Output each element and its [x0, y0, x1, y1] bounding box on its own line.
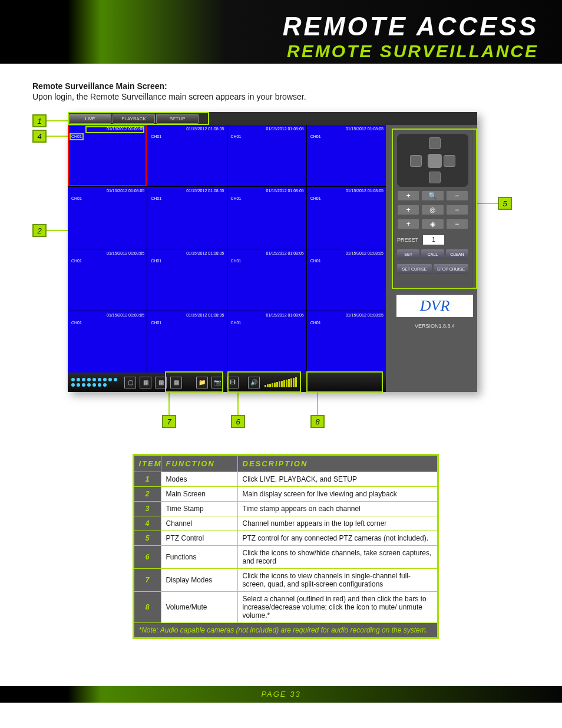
row-function: Functions	[161, 546, 237, 569]
table-note: *Note: Audio capable cameras (not includ…	[134, 623, 437, 638]
set-cruise-button[interactable]: SET CURISE	[397, 264, 432, 274]
camera-cell[interactable]: 01/15/2012 01:08:05CH01	[307, 311, 386, 373]
camera-cell[interactable]: 01/15/2012 01:08:05CH01	[147, 249, 226, 311]
page-subtitle: REMOTE SURVEILLANCE	[24, 41, 538, 61]
camera-icon[interactable]: 📷	[211, 377, 223, 388]
preset-select[interactable]: 1	[423, 235, 444, 245]
camera-cell[interactable]: 01/15/2012 01:08:05CH01	[307, 125, 386, 186]
clean-button[interactable]: CLEAN	[446, 249, 468, 259]
call-button[interactable]: CALL	[421, 249, 444, 259]
channel-label: CH01	[71, 321, 82, 325]
timestamp: 01/15/2012 01:08:05	[346, 313, 384, 317]
zoom-icon: 🔍	[421, 190, 444, 201]
callout-7: 7	[162, 415, 176, 428]
volume-control[interactable]: 🔊	[242, 377, 297, 388]
ptz-up-icon[interactable]	[429, 137, 441, 149]
volume-bars[interactable]	[265, 377, 297, 387]
channel-label: CH01	[151, 134, 161, 139]
camera-cell[interactable]: 01/15/2012 01:08:05CH01	[307, 187, 386, 248]
row-function: Modes	[161, 472, 237, 487]
row-function: Display Modes	[161, 569, 237, 592]
row-function: Volume/Mute	[161, 592, 237, 623]
camera-cell[interactable]: 01/15/2012 01:08:05CH01	[147, 187, 226, 248]
callout-6: 6	[231, 415, 245, 428]
table-row: 8Volume/MuteSelect a channel (outlined i…	[134, 592, 437, 623]
camera-cell[interactable]: 01/15/2012 01:08:05CH01	[227, 311, 306, 373]
channel-label: CH01	[151, 259, 161, 263]
row-item: 1	[134, 472, 161, 487]
callout-5: 5	[498, 197, 512, 210]
row-description: Select a channel (outlined in red) and t…	[237, 592, 437, 623]
page-number: PAGE 33	[261, 690, 300, 699]
row-description: Click LIVE, PLAYBACK, and SETUP	[237, 472, 437, 487]
row-item: 8	[134, 592, 161, 623]
tab-setup[interactable]: SETUP	[156, 114, 199, 124]
camera-cell[interactable]: 01/15/2012 01:08:05CH01	[147, 125, 226, 186]
timestamp: 01/15/2012 01:08:05	[186, 189, 224, 193]
page-title: REMOTE ACCESS	[24, 12, 538, 41]
callout-4: 4	[32, 130, 47, 143]
channel-label: CH01	[310, 134, 321, 139]
camera-cell[interactable]: 01/15/2012 01:08:05CH01	[68, 311, 147, 373]
camera-cell[interactable]: 01/15/2012 01:08:05CH01	[307, 249, 386, 311]
camera-cell[interactable]: 01/15/2012 01:08:05CH01	[68, 125, 147, 186]
timestamp: 01/15/2012 01:08:05	[266, 251, 304, 255]
channel-label: CH01	[310, 259, 321, 263]
channel-dots[interactable]	[68, 376, 121, 388]
table-row: 2Main ScreenMain display screen for live…	[134, 487, 437, 502]
camera-cell[interactable]: 01/15/2012 01:08:05CH01	[147, 311, 226, 373]
intro-title: Remote Surveillance Main Screen:	[32, 81, 538, 91]
stop-cruise-button[interactable]: STOP CRUISE	[434, 264, 468, 274]
tab-playback[interactable]: PLAYBACK	[113, 114, 155, 124]
channel-label: CH01	[71, 134, 82, 139]
annotated-screenshot: 1 4 3 2 5 7 6 8 LIVE PLAYBACK SETUP 01/1…	[32, 112, 538, 430]
row-function: Time Stamp	[161, 502, 237, 516]
sixteen-view-icon[interactable]: ▦	[170, 377, 182, 388]
legend-table: ITEM FUNCTION DESCRIPTION 1ModesClick LI…	[133, 454, 439, 639]
single-view-icon[interactable]: ▢	[124, 377, 136, 388]
zoom-minus-button[interactable]: −	[446, 190, 468, 201]
preset-label: PRESET	[397, 237, 418, 243]
focus-minus-button[interactable]: −	[446, 205, 468, 215]
channel-label: CH01	[71, 259, 82, 263]
table-row: 7Display ModesClick the icons to view ch…	[134, 569, 437, 592]
iris-minus-button[interactable]: −	[446, 219, 468, 229]
timestamp: 01/15/2012 01:08:05	[346, 189, 384, 193]
ptz-stop-icon[interactable]	[428, 154, 442, 168]
channel-label: CH01	[71, 196, 82, 200]
folder-icon[interactable]: 📁	[196, 377, 208, 388]
focus-plus-button[interactable]: +	[397, 205, 419, 215]
iris-plus-button[interactable]: +	[397, 219, 419, 229]
col-description: DESCRIPTION	[237, 456, 437, 472]
timestamp: 01/15/2012 01:08:05	[266, 127, 304, 131]
tab-live[interactable]: LIVE	[69, 114, 111, 124]
ptz-right-icon[interactable]	[444, 155, 455, 167]
mute-icon[interactable]: 🔊	[248, 377, 260, 388]
camera-cell[interactable]: 01/15/2012 01:08:05CH01	[68, 187, 147, 248]
quad-view-icon[interactable]: ▦	[140, 377, 151, 388]
intro-block: Remote Surveillance Main Screen: Upon lo…	[32, 81, 538, 101]
camera-cell[interactable]: 01/15/2012 01:08:05CH01	[68, 249, 147, 311]
camera-cell[interactable]: 01/15/2012 01:08:05CH01	[227, 125, 306, 186]
display-mode-icons: ▢ ▦ ▦ ▦	[121, 377, 186, 388]
row-function: Main Screen	[161, 487, 237, 502]
ptz-down-icon[interactable]	[429, 172, 441, 183]
row-description: PTZ control for any connected PTZ camera…	[237, 531, 437, 546]
nine-view-icon[interactable]: ▦	[155, 377, 167, 388]
camera-cell[interactable]: 01/15/2012 01:08:05CH01	[227, 249, 306, 311]
page-footer: PAGE 33	[0, 686, 562, 703]
record-icon[interactable]: 🎞	[227, 377, 239, 388]
camera-cell[interactable]: 01/15/2012 01:08:05CH01	[227, 187, 306, 248]
focus-icon: ◎	[421, 205, 444, 215]
row-description: Main display screen for live viewing and…	[237, 487, 437, 502]
callout-1: 1	[32, 114, 47, 127]
table-row: 4ChannelChannel number appears in the to…	[134, 516, 437, 531]
callout-8: 8	[310, 415, 325, 428]
set-button[interactable]: SET	[397, 249, 419, 259]
timestamp: 01/15/2012 01:08:05	[346, 127, 384, 131]
timestamp: 01/15/2012 01:08:05	[266, 313, 304, 317]
row-item: 4	[134, 516, 161, 531]
zoom-plus-button[interactable]: +	[397, 190, 419, 201]
row-item: 5	[134, 531, 161, 546]
ptz-left-icon[interactable]	[410, 155, 422, 167]
